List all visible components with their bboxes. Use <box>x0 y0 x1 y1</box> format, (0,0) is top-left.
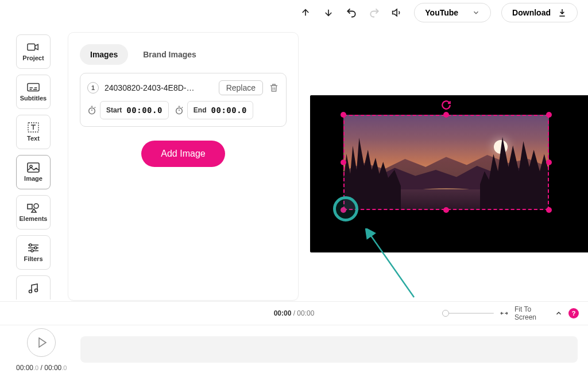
stopwatch-icon <box>87 106 96 115</box>
undo-icon <box>346 7 357 18</box>
timeline-track[interactable] <box>80 336 578 363</box>
resize-handle-br[interactable] <box>546 207 552 213</box>
help-button[interactable]: ? <box>568 308 579 318</box>
download-button[interactable]: Download <box>501 3 578 22</box>
start-time-value: 00:00.0 <box>126 106 163 115</box>
fit-to-screen-icon <box>500 310 509 317</box>
svg-rect-0 <box>28 44 35 50</box>
svg-point-7 <box>29 244 32 246</box>
resize-handle-mr[interactable] <box>546 160 552 165</box>
image-item-card: 1 24030820-2403-4E8D-… Replace Start 00:… <box>80 73 287 127</box>
sidebar-item-filters[interactable]: Filters <box>16 235 51 270</box>
play-button[interactable] <box>27 328 56 357</box>
end-time-field[interactable]: End 00:00.0 <box>187 101 253 119</box>
sidebar-item-subtitles[interactable]: Subtitles <box>16 75 51 109</box>
top-toolbar: YouTube Download <box>0 0 588 25</box>
add-image-button[interactable]: Add Image <box>141 141 225 167</box>
chevron-up-icon[interactable] <box>555 309 563 317</box>
volume-button[interactable] <box>391 6 404 19</box>
redo-button[interactable] <box>368 6 381 19</box>
zoom-slider[interactable] <box>442 313 494 314</box>
svg-point-12 <box>89 108 95 114</box>
rotate-icon <box>441 100 451 110</box>
selected-image[interactable] <box>343 115 549 210</box>
platform-label: YouTube <box>425 8 458 17</box>
start-time-field[interactable]: Start 00:00.0 <box>100 101 169 119</box>
svg-point-11 <box>35 289 38 291</box>
sidebar-item-label: Image <box>24 175 42 182</box>
sliders-icon <box>27 243 40 253</box>
sidebar-item-project[interactable]: Project <box>16 34 51 69</box>
chevron-down-icon <box>472 9 480 17</box>
sidebar-item-label: Filters <box>24 255 42 262</box>
move-up-button[interactable] <box>299 6 312 19</box>
image-panel: Images Brand Images 1 24030820-2403-4E8D… <box>68 32 299 301</box>
resize-handle-tr[interactable] <box>546 112 552 118</box>
current-time: 00:00 <box>274 309 292 317</box>
rotate-handle[interactable] <box>441 100 451 110</box>
annotation-arrow <box>365 228 423 303</box>
end-time-label: End <box>194 106 207 114</box>
svg-rect-3 <box>28 163 39 172</box>
sidebar-item-image[interactable]: Image <box>16 155 51 189</box>
tab-brand-images[interactable]: Brand Images <box>133 44 207 65</box>
end-time-value: 00:00.0 <box>211 106 247 115</box>
resize-handle-ml[interactable] <box>341 160 346 165</box>
image-icon <box>27 162 40 173</box>
timeline-area: 00:00.0 / 00:00.0 <box>0 326 588 378</box>
svg-point-9 <box>31 250 33 252</box>
playback-controls-bar: 00:00 / 00:00 Fit To Screen ? <box>0 301 588 325</box>
platform-dropdown[interactable]: YouTube <box>414 3 491 22</box>
arrow-down-icon <box>323 7 334 18</box>
subtitles-icon <box>27 82 40 92</box>
stopwatch-icon <box>175 106 184 115</box>
text-icon <box>27 122 40 133</box>
svg-point-10 <box>29 290 32 293</box>
redo-icon <box>369 7 380 18</box>
arrow-up-icon <box>300 7 311 18</box>
play-icon <box>38 337 47 348</box>
shapes-icon <box>27 203 40 213</box>
tab-label: Brand Images <box>143 50 196 59</box>
svg-rect-1 <box>28 84 39 91</box>
image-filename: 24030820-2403-4E8D-… <box>105 83 213 92</box>
svg-line-14 <box>370 234 414 297</box>
annotation-highlight-circle <box>333 196 358 221</box>
image-index-badge: 1 <box>87 82 99 94</box>
resize-handle-bm[interactable] <box>443 207 449 213</box>
svg-point-6 <box>34 204 38 208</box>
sidebar-item-label: Text <box>27 135 40 142</box>
music-note-icon <box>27 283 40 293</box>
undo-button[interactable] <box>345 6 358 19</box>
playback-time-display: 00:00 / 00:00 <box>274 309 315 317</box>
move-down-button[interactable] <box>322 6 335 19</box>
sidebar-item-label: Subtitles <box>20 95 47 102</box>
start-time-label: Start <box>106 106 122 114</box>
download-icon <box>558 8 567 17</box>
video-camera-icon <box>27 42 40 52</box>
sidebar-item-label: Project <box>22 55 44 61</box>
sidebar-item-text[interactable]: Text <box>16 115 51 149</box>
resize-handle-tl[interactable] <box>341 112 346 118</box>
svg-point-8 <box>34 247 37 249</box>
tab-label: Images <box>90 50 118 59</box>
delete-image-button[interactable] <box>269 83 279 93</box>
svg-point-13 <box>176 108 183 114</box>
speaker-icon <box>392 7 403 18</box>
sidebar-item-label: Elements <box>20 215 48 222</box>
download-label: Download <box>512 8 551 17</box>
timeline-timecode: 00:00.0 / 00:00.0 <box>16 364 67 372</box>
left-sidebar: Project Subtitles Text Image Elements Fi… <box>16 34 51 300</box>
tab-images[interactable]: Images <box>80 44 128 65</box>
sidebar-item-elements[interactable]: Elements <box>16 195 51 230</box>
canvas-preview[interactable] <box>310 95 588 252</box>
sidebar-item-audio[interactable] <box>16 275 51 300</box>
svg-rect-5 <box>28 204 32 209</box>
resize-handle-tm[interactable] <box>443 112 449 118</box>
image-content <box>343 115 549 210</box>
replace-image-button[interactable]: Replace <box>219 80 263 95</box>
zoom-slider-thumb[interactable] <box>442 310 449 317</box>
trash-icon <box>269 83 279 93</box>
fit-to-screen-label[interactable]: Fit To Screen <box>514 305 549 322</box>
panel-tabs: Images Brand Images <box>80 44 287 65</box>
